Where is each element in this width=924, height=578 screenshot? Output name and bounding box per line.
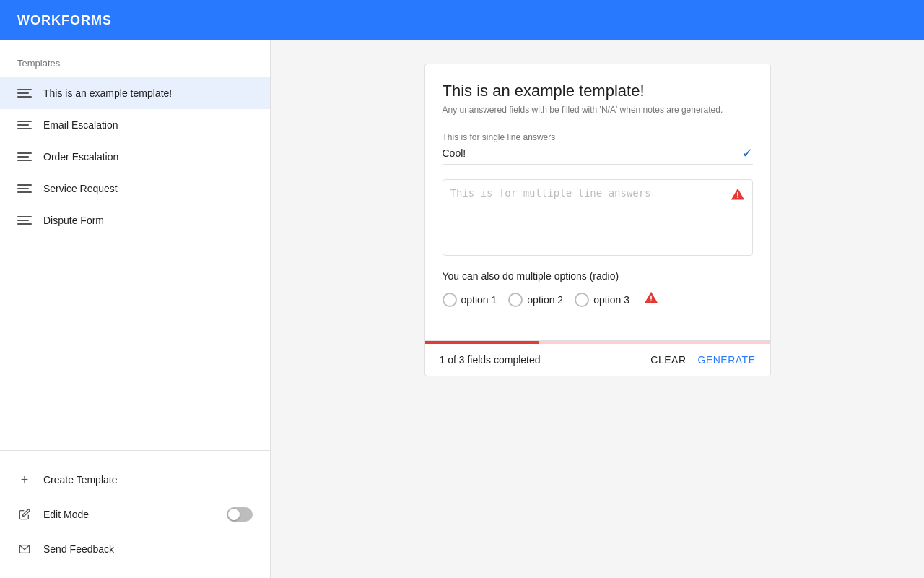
card-title: This is an example template! bbox=[443, 82, 753, 100]
radio-option-1-label: option 1 bbox=[461, 294, 497, 306]
multi-line-field-group bbox=[443, 179, 753, 256]
sidebar-divider bbox=[0, 450, 270, 451]
card-body: This is an example template! Any unanswe… bbox=[425, 64, 770, 340]
radio-option-3[interactable]: option 3 bbox=[575, 293, 629, 307]
radio-button-1[interactable] bbox=[443, 293, 457, 307]
single-line-input[interactable] bbox=[443, 147, 736, 159]
svg-point-1 bbox=[737, 197, 738, 198]
create-template-label: Create Template bbox=[43, 474, 117, 486]
multi-line-textarea[interactable] bbox=[443, 180, 752, 252]
send-feedback-label: Send Feedback bbox=[43, 543, 114, 555]
radio-group: option 1 option 2 option 3 bbox=[443, 290, 753, 309]
template-card: This is an example template! Any unanswe… bbox=[424, 64, 771, 376]
sidebar-item-email-escalation[interactable]: Email Escalation bbox=[0, 109, 270, 141]
single-line-wrapper: ✓ bbox=[443, 145, 753, 165]
envelope-icon bbox=[17, 542, 32, 556]
create-template-action[interactable]: + Create Template bbox=[0, 462, 270, 497]
sidebar-item-order-escalation[interactable]: Order Escalation bbox=[0, 141, 270, 173]
single-line-field-group: This is for single line answers ✓ bbox=[443, 132, 753, 165]
toggle-knob bbox=[228, 509, 240, 520]
edit-mode-action[interactable]: Edit Mode bbox=[0, 497, 270, 532]
main-layout: Templates This is an example template! E… bbox=[0, 40, 924, 578]
card-footer: 1 of 3 fields completed CLEAR GENERATE bbox=[425, 340, 770, 376]
list-icon bbox=[17, 213, 32, 228]
list-icon bbox=[17, 150, 32, 164]
sidebar: Templates This is an example template! E… bbox=[0, 40, 271, 578]
card-subtitle: Any unanswered fields with be filled wit… bbox=[443, 105, 753, 115]
app-header: WORKFORMS bbox=[0, 0, 924, 40]
radio-option-3-label: option 3 bbox=[593, 294, 629, 306]
sidebar-item-label: This is an example template! bbox=[43, 87, 172, 99]
edit-mode-toggle[interactable] bbox=[227, 507, 253, 522]
pencil-icon bbox=[17, 507, 32, 522]
sidebar-item-service-request[interactable]: Service Request bbox=[0, 173, 270, 204]
edit-mode-label: Edit Mode bbox=[43, 509, 89, 520]
edit-mode-toggle-wrapper bbox=[227, 507, 253, 522]
radio-option-1[interactable]: option 1 bbox=[443, 293, 497, 307]
sidebar-item-label: Order Escalation bbox=[43, 151, 118, 163]
sidebar-item-dispute-form[interactable]: Dispute Form bbox=[0, 204, 270, 236]
send-feedback-action[interactable]: Send Feedback bbox=[0, 532, 270, 566]
radio-button-3[interactable] bbox=[575, 293, 589, 307]
clear-button[interactable]: CLEAR bbox=[650, 354, 686, 366]
radio-button-2[interactable] bbox=[508, 293, 523, 307]
main-content: This is an example template! Any unanswe… bbox=[271, 40, 924, 578]
single-line-label: This is for single line answers bbox=[443, 132, 753, 142]
sidebar-item-label: Email Escalation bbox=[43, 119, 118, 131]
multi-line-wrapper bbox=[443, 179, 753, 256]
app-title: WORKFORMS bbox=[17, 13, 112, 28]
completion-text: 1 of 3 fields completed bbox=[440, 354, 651, 366]
sidebar-item-example-template[interactable]: This is an example template! bbox=[0, 77, 270, 109]
plus-icon: + bbox=[17, 473, 32, 487]
warning-icon bbox=[731, 187, 745, 205]
sidebar-item-label: Service Request bbox=[43, 183, 118, 194]
radio-field-label: You can also do multiple options (radio) bbox=[443, 270, 753, 282]
sidebar-bottom: + Create Template Edit Mode bbox=[0, 439, 270, 578]
radio-option-2-label: option 2 bbox=[527, 294, 563, 306]
sidebar-item-label: Dispute Form bbox=[43, 215, 104, 226]
generate-button[interactable]: GENERATE bbox=[698, 354, 756, 366]
footer-actions: 1 of 3 fields completed CLEAR GENERATE bbox=[425, 344, 770, 376]
svg-point-2 bbox=[650, 300, 652, 301]
list-icon bbox=[17, 86, 32, 100]
radio-option-2[interactable]: option 2 bbox=[508, 293, 563, 307]
radio-warning-icon bbox=[644, 290, 658, 309]
list-icon bbox=[17, 118, 32, 132]
sidebar-section-label: Templates bbox=[0, 52, 270, 77]
list-icon bbox=[17, 181, 32, 196]
radio-field-group: You can also do multiple options (radio)… bbox=[443, 270, 753, 309]
check-icon: ✓ bbox=[742, 145, 753, 161]
